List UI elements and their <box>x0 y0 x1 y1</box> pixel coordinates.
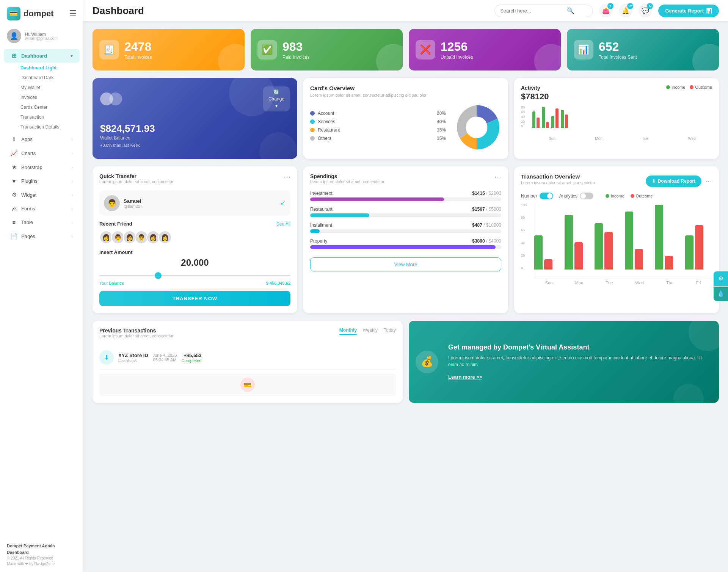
chevron-right-icon: › <box>71 151 73 155</box>
income-dot <box>666 85 670 89</box>
user-email: william@gmail.com <box>25 36 58 41</box>
transfer-now-button[interactable]: TRANSFER NOW <box>99 291 290 306</box>
stat-number: 983 <box>282 40 309 54</box>
sub-item-dashboard-dark[interactable]: Dashboard Dark <box>17 73 83 83</box>
amount-slider[interactable] <box>99 275 290 276</box>
sidebar-item-dashboard[interactable]: ⊞ Dashboard ▾ <box>4 49 80 63</box>
topbar: Dashboard 🔍 👛 2 🔔 12 💬 5 Generate Report… <box>83 0 728 21</box>
sidebar-item-widget[interactable]: ⚙ Widget › <box>4 188 80 202</box>
cards-overview-title: Card's Overview <box>310 85 427 91</box>
outcome-bar-tue <box>555 108 559 128</box>
settings-float-button[interactable]: ⚙ <box>714 271 728 286</box>
sidebar-item-pages[interactable]: 📄 Pages › <box>4 229 80 243</box>
stat-info: 652 Total Invoices Sent <box>599 40 637 60</box>
sub-item-dashboard-light[interactable]: Dashboard Light <box>17 63 83 73</box>
outcome-bar-wed <box>635 249 643 270</box>
to-actions: ⬇ Download Report ⋯ <box>646 176 712 187</box>
plugins-icon: ♥ <box>11 178 17 184</box>
view-more-button[interactable]: View More <box>310 257 501 271</box>
sp-bar-bg <box>310 245 501 249</box>
va-learn-more-link[interactable]: Learn more >> <box>448 374 482 380</box>
sp-amounts: $1415 / $2000 <box>472 191 501 196</box>
sp-bar-bg <box>310 213 501 217</box>
sp-header: Spendings Lorem ipsum dolor sit amet, co… <box>310 173 501 189</box>
page-title: Dashboard <box>93 5 488 17</box>
chevron-right-icon: › <box>71 137 73 141</box>
sidebar-item-label: Apps <box>21 136 67 142</box>
theme-float-button[interactable]: 💧 <box>714 287 728 301</box>
pie-center-circle <box>466 116 487 138</box>
sidebar-item-label: Dashboard <box>21 53 67 59</box>
sub-item-transaction[interactable]: Transaction <box>17 112 83 122</box>
number-label: Number <box>521 193 537 199</box>
outcome-legend: Outcome <box>631 194 653 198</box>
number-toggle-item: Number <box>521 193 553 199</box>
theme-icon: 💧 <box>717 290 725 297</box>
more-options-icon[interactable]: ⋯ <box>494 173 501 182</box>
sidebar-item-charts[interactable]: 📈 Charts › <box>4 146 80 160</box>
sub-item-transaction-details[interactable]: Transaction Details <box>17 122 83 132</box>
income-bar-mon <box>565 215 573 270</box>
restaurant-label: Restaurant <box>318 127 434 133</box>
sidebar-item-forms[interactable]: 🖨 Forms › <box>4 202 80 215</box>
sp-bar-fill <box>310 229 320 233</box>
others-dot <box>310 136 315 141</box>
more-options-icon[interactable]: ⋯ <box>705 177 712 185</box>
bell-icon-btn[interactable]: 🔔 12 <box>619 4 632 17</box>
to-header: Transaction Overview Lorem ipsum dolor s… <box>521 173 712 189</box>
stat-card-total-sent: 📊 652 Total Invoices Sent <box>567 29 719 71</box>
sub-item-my-wallet[interactable]: My Wallet <box>17 83 83 92</box>
friend-avatar-6[interactable]: 👩 <box>158 230 172 244</box>
settings-icon: ⚙ <box>718 275 723 282</box>
sp-title-area: Spendings Lorem ipsum dolor sit amet, co… <box>310 173 384 189</box>
amount-slider-container <box>99 271 290 278</box>
sidebar-item-plugins[interactable]: ♥ Plugins › <box>4 174 80 188</box>
analytics-toggle[interactable] <box>580 193 593 199</box>
wallet-icon-btn[interactable]: 👛 2 <box>599 4 613 17</box>
chat-icon-btn[interactable]: 💬 5 <box>639 4 652 17</box>
pages-icon: 📄 <box>11 233 17 240</box>
logo-area: 💳 dompet ☰ <box>0 0 83 25</box>
sub-item-invoices[interactable]: Invoices <box>17 92 83 102</box>
generate-report-button[interactable]: Generate Report 📊 <box>658 5 719 17</box>
sidebar-item-bootstrap[interactable]: ★ Bootstrap › <box>4 160 80 174</box>
to-subtitle: Lorem ipsum dolor sit amet, consectetur <box>521 180 595 185</box>
sidebar-item-label: Table <box>21 219 67 225</box>
wallet-badge: 2 <box>607 3 613 9</box>
check-icon: ✓ <box>280 199 286 207</box>
transaction-amount: +$5,553 <box>181 353 201 358</box>
hamburger-icon[interactable]: ☰ <box>66 9 77 19</box>
search-icon: 🔍 <box>567 7 574 14</box>
search-box[interactable]: 🔍 <box>494 5 593 17</box>
outcome-dot <box>631 194 634 198</box>
tab-monthly[interactable]: Monthly <box>339 328 357 335</box>
sidebar-item-label: Bootstrap <box>21 165 67 170</box>
sidebar-item-table[interactable]: ≡ Table › <box>4 216 80 229</box>
download-icon: ⬇ <box>652 179 656 184</box>
sent-icon: 📊 <box>574 40 593 60</box>
tab-weekly[interactable]: Weekly <box>363 328 378 335</box>
dashboard-submenu: Dashboard Light Dashboard Dark My Wallet… <box>0 63 83 132</box>
stat-cards-row: 🧾 2478 Total Invoices ✅ 983 Paid Invoice… <box>93 29 719 71</box>
overview-chart-row: Account 20% Services 40% Restaurant 15% <box>310 103 501 152</box>
transaction-item: ⬇ XYZ Store ID Cashback June 4, 2020 05:… <box>99 346 396 370</box>
bar-group-tue <box>551 108 559 128</box>
others-pct: 15% <box>437 136 446 141</box>
search-input[interactable] <box>500 8 564 14</box>
download-report-button[interactable]: ⬇ Download Report <box>646 176 701 187</box>
stat-card-total-invoices: 🧾 2478 Total Invoices <box>93 29 245 71</box>
see-all-link[interactable]: See All <box>276 221 290 227</box>
transaction-item-placeholder: 💳 <box>99 373 396 396</box>
outcome-bar-mon <box>574 242 583 270</box>
sidebar-item-apps[interactable]: ℹ Apps › <box>4 132 80 146</box>
transaction-info: XYZ Store ID Cashback <box>118 353 148 363</box>
sub-item-cards-center[interactable]: Cards Center <box>17 102 83 112</box>
stat-number: 2478 <box>124 40 152 54</box>
tab-today[interactable]: Today <box>384 328 396 335</box>
number-toggle[interactable] <box>540 193 553 199</box>
va-title: Get managed by Dompet's Virtual Assistan… <box>448 343 710 351</box>
prev-row: Previous Transactions Lorem ipsum dolor … <box>93 321 719 403</box>
stat-label: Unpaid Invoices <box>441 55 473 60</box>
more-options-icon[interactable]: ⋯ <box>284 173 290 182</box>
balance-label: Your Balance <box>99 281 124 285</box>
